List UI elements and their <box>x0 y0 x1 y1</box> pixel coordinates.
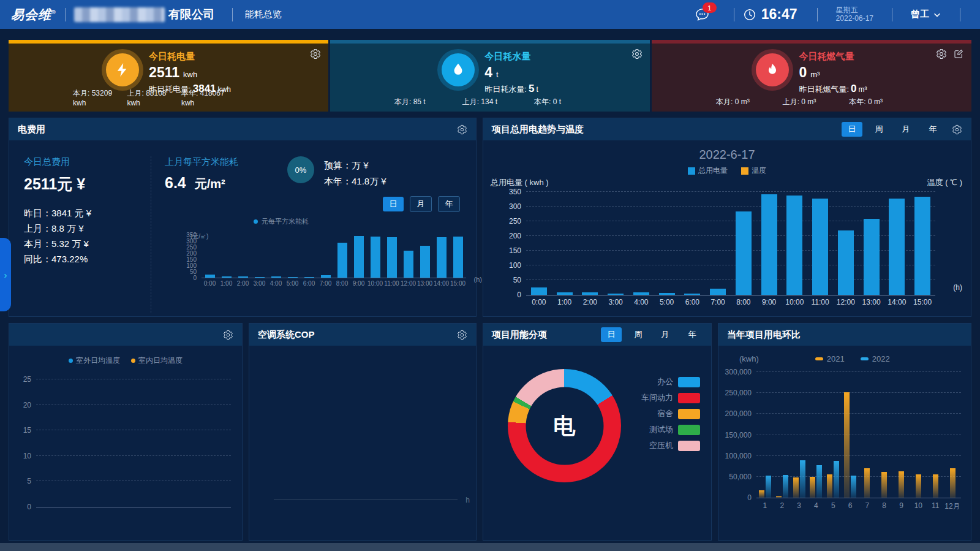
tab-day[interactable]: 日 <box>383 197 404 211</box>
legend-2022[interactable]: 2022 <box>861 354 890 363</box>
chart-legend: 总用电量 温度 <box>483 165 971 176</box>
legend-item[interactable]: 空压机 <box>641 440 700 451</box>
gear-icon[interactable] <box>936 48 947 59</box>
x-tick-label: 7:00 <box>705 298 731 306</box>
tab-day[interactable]: 日 <box>842 122 862 137</box>
x-tick-label: 10:00 <box>782 298 808 306</box>
divider <box>960 8 960 21</box>
y-tick-label: 0 <box>27 503 31 511</box>
user-menu[interactable]: 曾工 <box>911 9 941 20</box>
gear-icon[interactable] <box>310 48 321 59</box>
gear-icon[interactable] <box>223 330 233 340</box>
tab-month[interactable]: 月 <box>655 327 676 342</box>
x-tick-label: 3:00 <box>603 298 628 306</box>
bar-2021 <box>776 496 782 498</box>
bar-2021 <box>759 490 764 498</box>
bar <box>582 292 598 295</box>
bar-series <box>526 192 935 295</box>
tab-week[interactable]: 周 <box>869 122 889 137</box>
bar <box>914 197 930 295</box>
bar-series <box>202 235 466 278</box>
tab-year[interactable]: 年 <box>922 122 943 137</box>
horizontal-scrollbar[interactable] <box>0 543 980 551</box>
donut-chart: 电 <box>508 369 621 482</box>
y-tick-label: 5 <box>27 477 31 485</box>
gear-icon[interactable] <box>631 48 643 59</box>
card-title: 今日耗燃气量 <box>799 51 867 63</box>
legend-item[interactable]: 车间动力 <box>641 392 700 403</box>
tab-year[interactable]: 年 <box>438 196 460 212</box>
sidebar-expand-handle[interactable]: › <box>0 238 11 311</box>
stat-year: 本年: 418067 kwh <box>181 88 239 107</box>
y-tick-label: 150 <box>186 256 197 263</box>
tab-day[interactable]: 日 <box>601 327 622 342</box>
y-tick-label: 100,000 <box>725 452 752 460</box>
legend-temperature[interactable]: 温度 <box>741 165 766 176</box>
donut-legend: 办公车间动力宿舍测试场空压机 <box>641 376 700 456</box>
cost-row-last-month: 上月：8.8 万 ¥ <box>24 221 151 236</box>
bar-group <box>927 372 944 498</box>
panel-body: (kwh) 2021 2022 050,000100,000150,000200… <box>718 354 971 512</box>
bar-2022 <box>766 476 771 498</box>
tab-year[interactable]: 年 <box>682 327 703 342</box>
sqm-unit: 元/m² <box>195 177 225 191</box>
x-tick-label: 4:00 <box>268 280 284 287</box>
bar-2021 <box>810 477 815 498</box>
y-tick-label: 50 <box>513 276 521 284</box>
x-tick-label: 0:00 <box>526 298 552 306</box>
bar <box>684 294 700 295</box>
gear-icon[interactable] <box>457 330 467 340</box>
panel-electricity-cost: 电费用 今日总费用 2511元 ¥ 昨日：3841 元 ¥ 上月：8.8 万 ¥… <box>9 118 477 317</box>
bar-2022 <box>816 465 822 498</box>
today-cost-label: 今日总费用 <box>24 156 151 168</box>
legend-label: 车间动力 <box>641 392 673 403</box>
nav-energy-overview[interactable]: 能耗总览 <box>245 9 282 20</box>
flame-icon <box>756 53 789 86</box>
messages-button[interactable]: 1 <box>695 7 709 21</box>
legend-item[interactable]: 测试场 <box>641 424 700 435</box>
bar <box>736 211 752 295</box>
chart-title: 2022-6-17 <box>483 148 971 162</box>
legend-power[interactable]: 总用电量 <box>688 165 728 176</box>
tab-week[interactable]: 周 <box>628 327 649 342</box>
cost-row-yesterday: 昨日：3841 元 ¥ <box>24 205 151 221</box>
legend-swatch <box>678 441 700 451</box>
gear-icon[interactable] <box>457 124 467 135</box>
bar <box>812 199 828 295</box>
edit-icon[interactable] <box>953 48 964 59</box>
card-body: 今日耗燃气量 0m³ 昨日耗燃气量:0m³ 本月: 0 m³ 上月: 0 m³ … <box>652 44 971 112</box>
kpi-card-gas: 今日耗燃气量 0m³ 昨日耗燃气量:0m³ 本月: 0 m³ 上月: 0 m³ … <box>652 40 971 112</box>
legend-outdoor-temp[interactable]: 室外日均温度 <box>69 355 120 366</box>
yesterday-row: 昨日耗燃气量:0m³ <box>799 83 867 95</box>
legend-item[interactable]: 宿舍 <box>641 408 700 419</box>
weekday: 星期五 <box>836 6 873 15</box>
legend-item[interactable]: 办公 <box>641 376 700 387</box>
row-3: 室外日均温度 室内日均温度 0510152025 空调系统COP h <box>9 323 971 541</box>
panel-body: 室外日均温度 室内日均温度 0510152025 <box>9 355 242 507</box>
x-tick-label: 1:00 <box>552 298 578 306</box>
legend-swatch <box>678 409 700 419</box>
panel-header: 项目用能分项 日 周 月 年 <box>483 324 711 346</box>
y-tick-label: 100 <box>509 261 521 270</box>
tab-month[interactable]: 月 <box>895 122 916 137</box>
panel-title: 项目用能分项 <box>492 329 547 341</box>
x-axis-labels: 0:001:002:003:004:005:006:007:008:009:00… <box>202 280 466 287</box>
x-tick-label: 15:00 <box>450 280 466 287</box>
tab-month[interactable]: 月 <box>410 196 432 212</box>
panel-energy-breakdown: 项目用能分项 日 周 月 年 电 办公车间动力宿舍测试场空压机 <box>483 323 712 541</box>
card-stats-row: 本月: 85 t 上月: 134 t 本年: 0 t <box>330 97 650 107</box>
panel-body: 今日总费用 2511元 ¥ 昨日：3841 元 ¥ 上月：8.8 万 ¥ 本月：… <box>9 140 476 317</box>
panel-title: 当年项目用电环比 <box>727 329 801 341</box>
bar <box>238 276 248 278</box>
bar-2021 <box>899 471 904 498</box>
x-tick-label: 11:00 <box>807 298 833 306</box>
x-tick-label: 12:00 <box>833 298 859 306</box>
y-tick-label: 250 <box>509 217 521 226</box>
stat-month: 本月: 0 m³ <box>716 97 750 107</box>
legend-2021[interactable]: 2021 <box>815 354 845 363</box>
bar <box>354 236 364 278</box>
legend-indoor-temp[interactable]: 室内日均温度 <box>131 355 183 366</box>
y-tick-label: 50 <box>190 268 197 275</box>
gear-icon[interactable] <box>952 124 962 135</box>
x-tick-label: 8 <box>876 501 893 512</box>
